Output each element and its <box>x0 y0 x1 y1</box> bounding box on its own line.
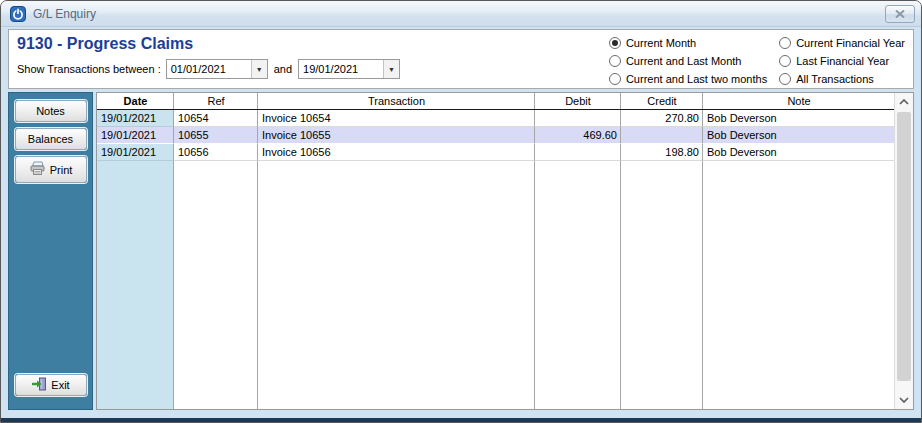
cell-date: 19/01/2021 <box>97 127 174 144</box>
cell-credit: 270.80 <box>621 110 703 127</box>
radio-circle <box>609 73 621 85</box>
print-button-label: Print <box>50 164 73 176</box>
column-header-credit: Credit <box>621 93 703 109</box>
column-header-ref: Ref <box>174 93 258 109</box>
date-to-value: 19/01/2021 <box>299 60 383 78</box>
radio-column-left: Current Month Current and Last Month Cur… <box>609 34 767 88</box>
radio-circle <box>609 37 621 49</box>
titlebar[interactable]: G/L Enquiry <box>1 1 921 27</box>
notes-button[interactable]: Notes <box>15 100 87 122</box>
vertical-scrollbar[interactable] <box>894 93 913 409</box>
table-empty-area <box>97 161 894 409</box>
scroll-down-button[interactable] <box>895 392 913 408</box>
cell-debit <box>535 110 621 127</box>
period-radio-group: Current Month Current and Last Month Cur… <box>609 34 905 88</box>
cell-date: 19/01/2021 <box>97 144 174 161</box>
column-header-transaction: Transaction <box>258 93 535 109</box>
exit-door-icon <box>31 377 47 393</box>
table-row[interactable]: 19/01/2021 10655 Invoice 10655 469.60 Bo… <box>97 127 894 144</box>
table-row[interactable]: 19/01/2021 10654 Invoice 10654 270.80 Bo… <box>97 110 894 127</box>
cell-note: Bob Deverson <box>703 110 894 127</box>
cell-debit: 469.60 <box>535 127 621 144</box>
window-frame: 9130 - Progress Claims Show Transactions… <box>1 27 921 418</box>
sidebar: Notes Balances Print <box>8 92 93 410</box>
page-title: 9130 - Progress Claims <box>17 35 193 53</box>
chevron-up-icon <box>899 99 909 105</box>
printer-icon <box>29 161 46 178</box>
balances-button[interactable]: Balances <box>15 128 87 150</box>
close-icon <box>895 10 905 18</box>
column-header-note: Note <box>703 93 894 109</box>
table-header-row: Date Ref Transaction Debit Credit Note <box>97 93 894 110</box>
radio-current-financial-year[interactable]: Current Financial Year <box>779 34 905 52</box>
empty-cell <box>535 161 621 409</box>
filter-label: Show Transactions between : <box>17 63 161 75</box>
radio-label: Current Financial Year <box>796 37 905 49</box>
balances-button-label: Balances <box>28 133 73 145</box>
empty-cell <box>174 161 258 409</box>
gl-enquiry-window: G/L Enquiry 9130 - Progress Claims Show … <box>0 0 922 423</box>
chevron-down-icon <box>899 397 909 403</box>
cell-note: Bob Deverson <box>703 144 894 161</box>
radio-label: All Transactions <box>796 73 874 85</box>
radio-column-right: Current Financial Year Last Financial Ye… <box>779 34 905 88</box>
radio-circle <box>779 37 791 49</box>
exit-button-label: Exit <box>51 379 69 391</box>
radio-circle <box>779 55 791 67</box>
cell-debit <box>535 144 621 161</box>
transactions-grid: Date Ref Transaction Debit Credit Note 1… <box>97 93 894 409</box>
date-from-value: 01/01/2021 <box>167 60 251 78</box>
transactions-table: Date Ref Transaction Debit Credit Note 1… <box>96 92 914 410</box>
radio-circle <box>609 55 621 67</box>
date-to-combobox[interactable]: 19/01/2021 ▼ <box>298 59 400 79</box>
radio-current-month[interactable]: Current Month <box>609 34 767 52</box>
column-header-debit: Debit <box>535 93 621 109</box>
cell-note: Bob Deverson <box>703 127 894 144</box>
cell-transaction: Invoice 10655 <box>258 127 535 144</box>
radio-current-and-last-two-months[interactable]: Current and Last two months <box>609 70 767 88</box>
column-header-date: Date <box>97 93 174 109</box>
radio-all-transactions[interactable]: All Transactions <box>779 70 905 88</box>
window-bottom-edge <box>1 418 921 422</box>
window-title: G/L Enquiry <box>33 7 885 21</box>
body: Notes Balances Print <box>8 92 914 410</box>
date-from-combobox[interactable]: 01/01/2021 ▼ <box>166 59 268 79</box>
cell-ref: 10655 <box>174 127 258 144</box>
empty-cell <box>621 161 703 409</box>
cell-ref: 10654 <box>174 110 258 127</box>
exit-button[interactable]: Exit <box>15 374 87 396</box>
scroll-up-button[interactable] <box>895 94 913 110</box>
print-button[interactable]: Print <box>15 156 87 183</box>
cell-credit <box>621 127 703 144</box>
header-panel: 9130 - Progress Claims Show Transactions… <box>8 29 914 89</box>
scrollbar-thumb[interactable] <box>897 112 911 381</box>
empty-cell <box>258 161 535 409</box>
cell-transaction: Invoice 10654 <box>258 110 535 127</box>
date-filter-row: Show Transactions between : 01/01/2021 ▼… <box>17 59 400 79</box>
radio-last-financial-year[interactable]: Last Financial Year <box>779 52 905 70</box>
table-row[interactable]: 19/01/2021 10656 Invoice 10656 198.80 Bo… <box>97 144 894 161</box>
radio-label: Current Month <box>626 37 696 49</box>
close-button[interactable] <box>885 5 915 23</box>
empty-date-column <box>97 161 174 409</box>
power-icon <box>10 6 26 22</box>
empty-cell <box>703 161 894 409</box>
radio-label: Current and Last two months <box>626 73 767 85</box>
chevron-down-icon[interactable]: ▼ <box>251 60 267 78</box>
cell-credit: 198.80 <box>621 144 703 161</box>
radio-current-and-last-month[interactable]: Current and Last Month <box>609 52 767 70</box>
radio-circle <box>779 73 791 85</box>
radio-label: Current and Last Month <box>626 55 742 67</box>
notes-button-label: Notes <box>36 105 65 117</box>
conjunction-label: and <box>274 63 292 75</box>
cell-transaction: Invoice 10656 <box>258 144 535 161</box>
cell-date: 19/01/2021 <box>97 110 174 127</box>
chevron-down-icon[interactable]: ▼ <box>383 60 399 78</box>
cell-ref: 10656 <box>174 144 258 161</box>
radio-label: Last Financial Year <box>796 55 889 67</box>
